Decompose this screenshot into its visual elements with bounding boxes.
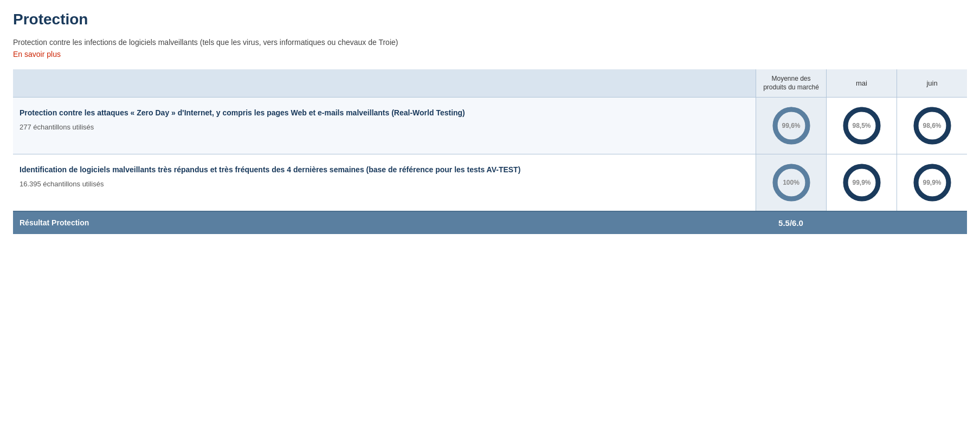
- footer-label: Résultat Protection: [13, 212, 756, 234]
- table-footer-row: Résultat Protection 5.5/6.0: [13, 211, 967, 234]
- donut-label-mai-2: 99,9%: [852, 179, 871, 186]
- donut-juin-2: 99,9%: [911, 161, 954, 204]
- donut-label-juin-1: 98,6%: [923, 122, 941, 129]
- donut-cell-market-2: 100%: [756, 154, 826, 211]
- row-content-1: Protection contre les attaques « Zero Da…: [13, 98, 756, 154]
- row-subtitle-2: 16.395 échantillons utilisés: [20, 180, 749, 188]
- learn-more-link[interactable]: En savoir plus: [13, 50, 61, 59]
- footer-empty-2: [897, 212, 967, 234]
- donut-label-market-1: 99,6%: [782, 122, 800, 129]
- footer-empty-1: [826, 212, 897, 234]
- table-row: Protection contre les attaques « Zero Da…: [13, 97, 967, 154]
- header-cell-market-avg: Moyenne des produits du marché: [756, 69, 826, 97]
- donut-mai-1: 98,5%: [840, 104, 884, 147]
- row-title-1: Protection contre les attaques « Zero Da…: [20, 107, 749, 119]
- row-subtitle-1: 277 échantillons utilisés: [20, 123, 749, 131]
- donut-cell-juin-2: 99,9%: [897, 154, 967, 211]
- donut-label-market-2: 100%: [783, 179, 800, 186]
- header-cell-mai: mai: [826, 69, 897, 97]
- row-title-2: Identification de logiciels malveillants…: [20, 164, 749, 176]
- donut-cell-mai-2: 99,9%: [826, 154, 897, 211]
- table-header-row: Moyenne des produits du marché mai juin: [13, 69, 967, 97]
- header-cell-main: [13, 69, 756, 97]
- table-row: Identification de logiciels malveillants…: [13, 154, 967, 211]
- header-cell-juin: juin: [897, 69, 967, 97]
- donut-market-1: 99,6%: [770, 104, 813, 147]
- donut-cell-market-1: 99,6%: [756, 98, 826, 154]
- donut-label-mai-1: 98,5%: [852, 122, 871, 129]
- donut-mai-2: 99,9%: [840, 161, 884, 204]
- row-content-2: Identification de logiciels malveillants…: [13, 154, 756, 211]
- protection-table: Moyenne des produits du marché mai juin …: [13, 69, 967, 234]
- donut-cell-mai-1: 98,5%: [826, 98, 897, 154]
- page-title: Protection: [13, 11, 967, 28]
- page-description: Protection contre les infections de logi…: [13, 38, 967, 47]
- donut-cell-juin-1: 98,6%: [897, 98, 967, 154]
- donut-market-2: 100%: [770, 161, 813, 204]
- donut-juin-1: 98,6%: [911, 104, 954, 147]
- footer-score: 5.5/6.0: [756, 212, 826, 234]
- donut-label-juin-2: 99,9%: [923, 179, 941, 186]
